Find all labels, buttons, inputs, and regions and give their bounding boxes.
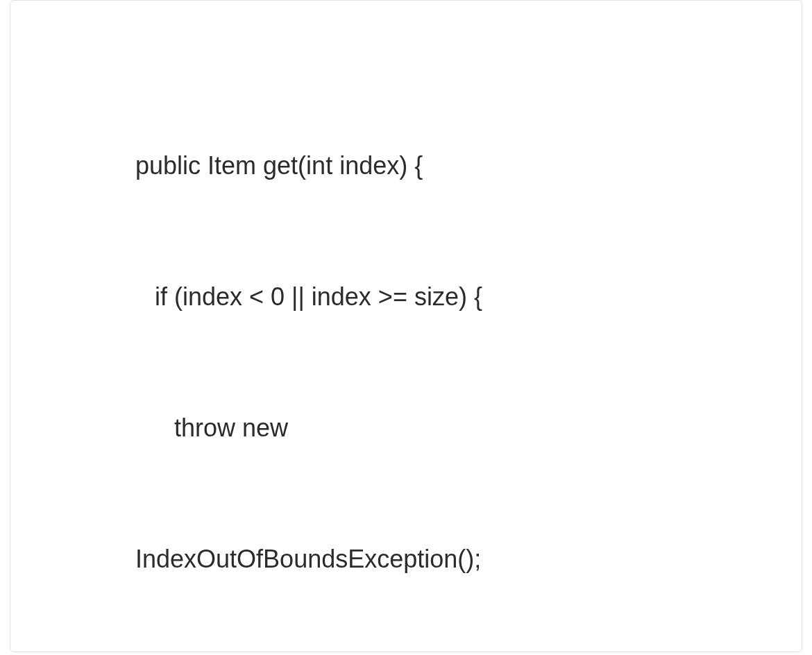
code-line: IndexOutOfBoundsException(); bbox=[135, 537, 677, 581]
code-container: public Item get(int index) { if (index <… bbox=[10, 0, 802, 652]
code-line: public Item get(int index) { bbox=[135, 144, 677, 187]
code-line: if (index < 0 || index >= size) { bbox=[135, 275, 677, 318]
code-block: public Item get(int index) { if (index <… bbox=[135, 56, 677, 655]
code-line: throw new bbox=[135, 406, 677, 450]
